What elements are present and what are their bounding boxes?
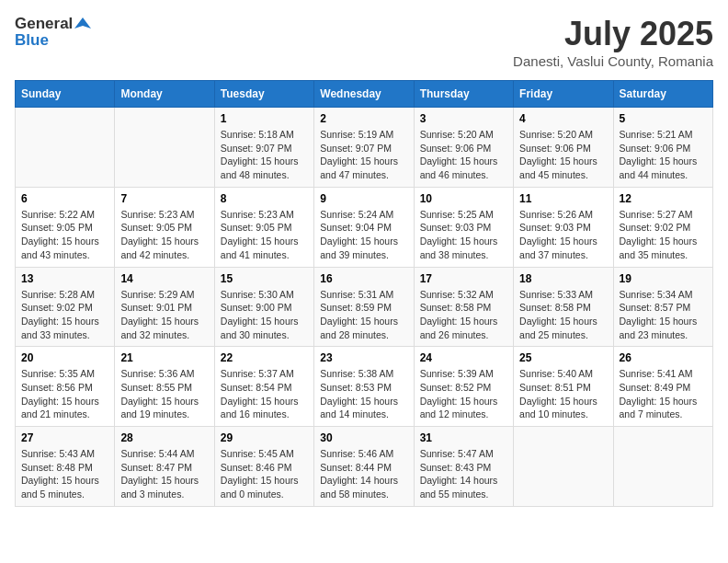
day-number: 27 <box>21 431 108 444</box>
day-number: 21 <box>120 351 208 364</box>
calendar-cell: 17Sunrise: 5:32 AM Sunset: 8:58 PM Dayli… <box>414 267 513 347</box>
day-info: Sunrise: 5:25 AM Sunset: 9:03 PM Dayligh… <box>420 208 507 262</box>
day-info: Sunrise: 5:22 AM Sunset: 9:05 PM Dayligh… <box>21 208 108 262</box>
svg-marker-0 <box>74 17 91 29</box>
day-number: 20 <box>21 351 108 364</box>
day-number: 26 <box>620 351 707 364</box>
calendar-week-row: 1Sunrise: 5:18 AM Sunset: 9:07 PM Daylig… <box>16 108 713 188</box>
day-info: Sunrise: 5:20 AM Sunset: 9:06 PM Dayligh… <box>420 128 507 182</box>
calendar-cell: 5Sunrise: 5:21 AM Sunset: 9:06 PM Daylig… <box>613 108 712 188</box>
day-number: 3 <box>420 112 507 125</box>
calendar-week-row: 27Sunrise: 5:43 AM Sunset: 8:48 PM Dayli… <box>16 427 713 507</box>
logo: General Blue <box>15 15 91 50</box>
day-info: Sunrise: 5:38 AM Sunset: 8:53 PM Dayligh… <box>320 367 407 421</box>
logo-general: General <box>15 15 73 33</box>
day-info: Sunrise: 5:29 AM Sunset: 9:01 PM Dayligh… <box>120 288 208 342</box>
calendar-cell: 7Sunrise: 5:23 AM Sunset: 9:05 PM Daylig… <box>115 187 214 267</box>
location-subtitle: Danesti, Vaslui County, Romania <box>513 53 713 69</box>
calendar-cell: 4Sunrise: 5:20 AM Sunset: 9:06 PM Daylig… <box>514 108 613 188</box>
calendar-cell: 12Sunrise: 5:27 AM Sunset: 9:02 PM Dayli… <box>613 187 712 267</box>
calendar-cell: 22Sunrise: 5:37 AM Sunset: 8:54 PM Dayli… <box>214 347 313 427</box>
day-number: 1 <box>221 112 308 125</box>
calendar-cell: 8Sunrise: 5:23 AM Sunset: 9:05 PM Daylig… <box>214 187 313 267</box>
logo-bird-icon <box>74 16 91 32</box>
calendar-header: SundayMondayTuesdayWednesdayThursdayFrid… <box>16 81 713 108</box>
day-number: 10 <box>420 192 507 205</box>
day-number: 12 <box>620 192 707 205</box>
day-number: 7 <box>120 192 208 205</box>
day-info: Sunrise: 5:23 AM Sunset: 9:05 PM Dayligh… <box>120 208 208 262</box>
day-info: Sunrise: 5:30 AM Sunset: 9:00 PM Dayligh… <box>221 288 308 342</box>
day-header-thursday: Thursday <box>414 81 513 108</box>
day-number: 31 <box>420 431 507 444</box>
day-number: 17 <box>420 272 507 285</box>
day-info: Sunrise: 5:37 AM Sunset: 8:54 PM Dayligh… <box>221 367 308 421</box>
calendar-cell: 19Sunrise: 5:34 AM Sunset: 8:57 PM Dayli… <box>613 267 712 347</box>
day-number: 13 <box>21 272 108 285</box>
day-info: Sunrise: 5:18 AM Sunset: 9:07 PM Dayligh… <box>221 128 308 182</box>
calendar-cell: 14Sunrise: 5:29 AM Sunset: 9:01 PM Dayli… <box>115 267 214 347</box>
day-info: Sunrise: 5:34 AM Sunset: 8:57 PM Dayligh… <box>620 288 707 342</box>
day-header-saturday: Saturday <box>613 81 712 108</box>
day-number: 23 <box>320 351 407 364</box>
day-header-sunday: Sunday <box>16 81 115 108</box>
day-info: Sunrise: 5:28 AM Sunset: 9:02 PM Dayligh… <box>21 288 108 342</box>
day-number: 24 <box>420 351 507 364</box>
calendar-cell: 3Sunrise: 5:20 AM Sunset: 9:06 PM Daylig… <box>414 108 513 188</box>
day-number: 5 <box>620 112 707 125</box>
day-info: Sunrise: 5:39 AM Sunset: 8:52 PM Dayligh… <box>420 367 507 421</box>
calendar-cell: 9Sunrise: 5:24 AM Sunset: 9:04 PM Daylig… <box>314 187 414 267</box>
calendar-cell <box>115 108 214 188</box>
calendar-cell: 13Sunrise: 5:28 AM Sunset: 9:02 PM Dayli… <box>16 267 115 347</box>
day-info: Sunrise: 5:45 AM Sunset: 8:46 PM Dayligh… <box>221 447 308 501</box>
day-headers-row: SundayMondayTuesdayWednesdayThursdayFrid… <box>16 81 713 108</box>
day-header-monday: Monday <box>115 81 214 108</box>
calendar-cell <box>514 427 613 507</box>
day-number: 14 <box>120 272 208 285</box>
calendar-cell: 23Sunrise: 5:38 AM Sunset: 8:53 PM Dayli… <box>314 347 414 427</box>
calendar-cell: 26Sunrise: 5:41 AM Sunset: 8:49 PM Dayli… <box>613 347 712 427</box>
title-area: July 2025 Danesti, Vaslui County, Romani… <box>513 15 713 69</box>
calendar-cell <box>16 108 115 188</box>
calendar-cell: 28Sunrise: 5:44 AM Sunset: 8:47 PM Dayli… <box>115 427 214 507</box>
day-info: Sunrise: 5:36 AM Sunset: 8:55 PM Dayligh… <box>120 367 208 421</box>
header: General Blue July 2025 Danesti, Vaslui C… <box>15 15 713 69</box>
day-number: 16 <box>320 272 407 285</box>
day-number: 11 <box>519 192 607 205</box>
day-info: Sunrise: 5:23 AM Sunset: 9:05 PM Dayligh… <box>221 208 308 262</box>
calendar-cell: 30Sunrise: 5:46 AM Sunset: 8:44 PM Dayli… <box>314 427 414 507</box>
logo-blue: Blue <box>15 31 49 50</box>
day-number: 28 <box>120 431 208 444</box>
day-info: Sunrise: 5:27 AM Sunset: 9:02 PM Dayligh… <box>620 208 707 262</box>
calendar-cell: 10Sunrise: 5:25 AM Sunset: 9:03 PM Dayli… <box>414 187 513 267</box>
calendar-week-row: 20Sunrise: 5:35 AM Sunset: 8:56 PM Dayli… <box>16 347 713 427</box>
day-info: Sunrise: 5:47 AM Sunset: 8:43 PM Dayligh… <box>420 447 507 501</box>
month-title: July 2025 <box>513 15 713 53</box>
calendar-table: SundayMondayTuesdayWednesdayThursdayFrid… <box>15 80 713 507</box>
day-info: Sunrise: 5:31 AM Sunset: 8:59 PM Dayligh… <box>320 288 407 342</box>
day-info: Sunrise: 5:21 AM Sunset: 9:06 PM Dayligh… <box>620 128 707 182</box>
calendar-week-row: 13Sunrise: 5:28 AM Sunset: 9:02 PM Dayli… <box>16 267 713 347</box>
day-number: 15 <box>221 272 308 285</box>
calendar-cell: 31Sunrise: 5:47 AM Sunset: 8:43 PM Dayli… <box>414 427 513 507</box>
calendar-body: 1Sunrise: 5:18 AM Sunset: 9:07 PM Daylig… <box>16 108 713 507</box>
day-number: 9 <box>320 192 407 205</box>
calendar-cell: 24Sunrise: 5:39 AM Sunset: 8:52 PM Dayli… <box>414 347 513 427</box>
day-info: Sunrise: 5:19 AM Sunset: 9:07 PM Dayligh… <box>320 128 407 182</box>
day-header-friday: Friday <box>514 81 613 108</box>
calendar-cell: 20Sunrise: 5:35 AM Sunset: 8:56 PM Dayli… <box>16 347 115 427</box>
calendar-cell: 27Sunrise: 5:43 AM Sunset: 8:48 PM Dayli… <box>16 427 115 507</box>
calendar-cell: 6Sunrise: 5:22 AM Sunset: 9:05 PM Daylig… <box>16 187 115 267</box>
calendar-cell: 18Sunrise: 5:33 AM Sunset: 8:58 PM Dayli… <box>514 267 613 347</box>
day-info: Sunrise: 5:26 AM Sunset: 9:03 PM Dayligh… <box>519 208 607 262</box>
calendar-cell: 11Sunrise: 5:26 AM Sunset: 9:03 PM Dayli… <box>514 187 613 267</box>
day-info: Sunrise: 5:44 AM Sunset: 8:47 PM Dayligh… <box>120 447 208 501</box>
day-info: Sunrise: 5:43 AM Sunset: 8:48 PM Dayligh… <box>21 447 108 501</box>
day-number: 29 <box>221 431 308 444</box>
day-number: 18 <box>519 272 607 285</box>
day-info: Sunrise: 5:41 AM Sunset: 8:49 PM Dayligh… <box>620 367 707 421</box>
day-header-tuesday: Tuesday <box>214 81 313 108</box>
day-info: Sunrise: 5:24 AM Sunset: 9:04 PM Dayligh… <box>320 208 407 262</box>
calendar-cell: 29Sunrise: 5:45 AM Sunset: 8:46 PM Dayli… <box>214 427 313 507</box>
calendar-cell: 21Sunrise: 5:36 AM Sunset: 8:55 PM Dayli… <box>115 347 214 427</box>
